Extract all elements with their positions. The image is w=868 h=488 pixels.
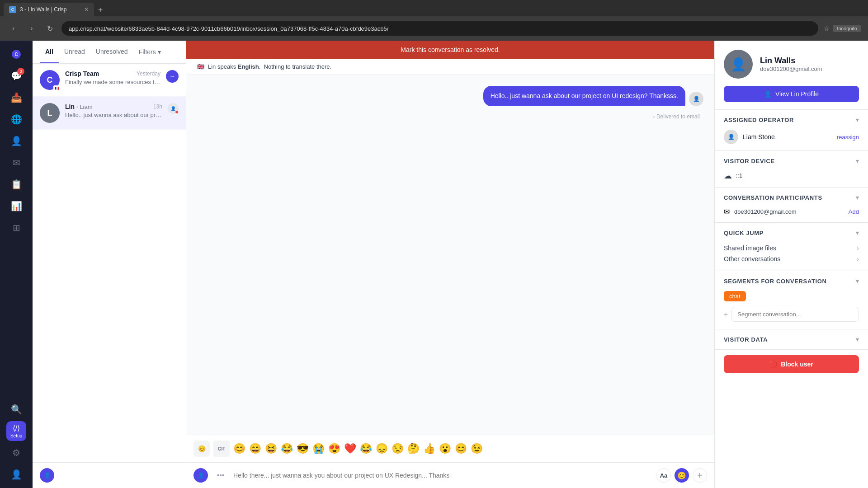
- back-button[interactable]: ‹: [7, 22, 20, 35]
- emoji-sad[interactable]: 😞: [376, 443, 388, 455]
- segments-section: SEGMENTS FOR CONVERSATION ▾ chat +: [715, 271, 868, 329]
- forward-button[interactable]: ›: [25, 22, 38, 35]
- view-profile-button[interactable]: 👤 View Lin Profile: [724, 86, 859, 102]
- emoji-wow[interactable]: 😮: [439, 443, 451, 455]
- current-user-avatar[interactable]: 👤: [40, 468, 54, 483]
- other-conversations-item[interactable]: Other conversations ›: [724, 253, 859, 264]
- profile-name: Lin Walls: [760, 56, 822, 66]
- add-attachment-button[interactable]: +: [693, 468, 707, 483]
- tab-unread[interactable]: Unread: [59, 41, 90, 63]
- emoji-thinking[interactable]: 🤔: [407, 443, 420, 455]
- shared-files-item[interactable]: Shared image files ›: [724, 243, 859, 253]
- emoji-smile[interactable]: 😊: [233, 443, 245, 455]
- analytics-icon: 📊: [11, 201, 22, 211]
- emoji-unamused[interactable]: 😒: [392, 443, 404, 455]
- emoji-button[interactable]: 😊: [675, 468, 689, 483]
- message-row: 👤 Hello.. just wanna ask about our proje…: [197, 86, 703, 106]
- profile-row: 👤 Lin Walls doe301200@gmail.com: [724, 50, 859, 79]
- active-tab[interactable]: C 3 - Lin Walls | Crisp ✕: [4, 3, 94, 16]
- sidebar-icon-settings[interactable]: ⚙: [6, 443, 26, 463]
- more-options-button[interactable]: •••: [213, 468, 228, 483]
- forward-conversation-button[interactable]: →: [166, 70, 179, 83]
- tab-all[interactable]: All: [40, 41, 59, 63]
- sidebar-icon-globe[interactable]: 🌐: [6, 109, 26, 129]
- conversation-item-lin[interactable]: L Lin › Liam 13h Hello.. just wanna ask …: [33, 97, 186, 130]
- conversation-name: Lin: [65, 103, 75, 110]
- profile-info: Lin Walls doe301200@gmail.com: [760, 56, 822, 72]
- avatar: L: [40, 103, 60, 123]
- assigned-operator-title: ASSIGNED OPERATOR: [724, 117, 794, 123]
- text-format-button[interactable]: Aa: [656, 468, 671, 483]
- segments-header[interactable]: SEGMENTS FOR CONVERSATION ▾: [715, 271, 868, 291]
- reload-button[interactable]: ↻: [43, 22, 56, 35]
- sidebar-icon-inbox[interactable]: 📥: [6, 88, 26, 108]
- person-icon: 👤: [764, 90, 772, 98]
- setup-label: Setup: [10, 433, 22, 438]
- emoji-heart[interactable]: ❤️: [344, 443, 356, 455]
- sidebar-icon-chat[interactable]: 💬 3: [6, 66, 26, 86]
- chevron-down-icon: ▾: [856, 116, 859, 123]
- conversation-preview: Finally we made some resources to help s…: [65, 79, 160, 85]
- app-sidebar: C 💬 3 📥 🌐 👤 ✉ 📋 📊 ⊞ 🔍: [0, 41, 33, 488]
- segment-tag: chat: [724, 291, 746, 301]
- message-sender-avatar: 👤: [689, 92, 703, 106]
- emoji-cry[interactable]: 😭: [312, 443, 325, 455]
- emoji-love[interactable]: 😍: [328, 443, 340, 455]
- sidebar-icon-apps[interactable]: ⊞: [6, 218, 26, 238]
- conversation-participants-header[interactable]: CONVERSATION PARTICIPANTS ▾: [715, 188, 868, 207]
- bookmark-icon[interactable]: ☆: [824, 25, 830, 32]
- emoji-grin[interactable]: 😄: [249, 443, 261, 455]
- sidebar-icon-user[interactable]: 👤: [6, 465, 26, 484]
- segments-content: chat +: [715, 291, 868, 329]
- chevron-down-icon: ▾: [856, 229, 859, 236]
- visitor-device-content: ☁ ::1: [715, 171, 868, 187]
- language-text: Lin speaks English. Nothing to translate…: [208, 63, 331, 70]
- visitor-data-header[interactable]: VISITOR DATA ▾: [715, 329, 868, 349]
- delivered-status[interactable]: › Delivered to email: [197, 113, 703, 120]
- close-tab-icon[interactable]: ✕: [84, 6, 89, 13]
- block-user-button[interactable]: 🚫 Block user: [724, 355, 859, 373]
- emoji-cool[interactable]: 😎: [297, 443, 309, 455]
- assigned-operator-content: 👤 Liam Stone reassign: [715, 130, 868, 150]
- assigned-operator-header[interactable]: ASSIGNED OPERATOR ▾: [715, 110, 868, 130]
- conversation-name-row: Lin › Liam: [65, 103, 93, 110]
- operator-avatar: 👤: [724, 130, 738, 144]
- user-icon: 👤: [11, 469, 22, 480]
- tab-filters[interactable]: Filters ▾: [133, 41, 166, 63]
- emoji-wink[interactable]: 😉: [471, 443, 483, 455]
- assigned-operator-section: ASSIGNED OPERATOR ▾ 👤 Liam Stone reassig…: [715, 110, 868, 151]
- operator-name: Liam Stone: [743, 133, 775, 141]
- resolve-banner[interactable]: Mark this conversation as resolved.: [186, 41, 714, 59]
- chevron-down-icon: ▾: [856, 277, 859, 285]
- profile-email: doe301200@gmail.com: [760, 66, 822, 72]
- browser-chrome: C 3 - Lin Walls | Crisp ✕ + ‹ › ↻ app.cr…: [0, 0, 868, 41]
- url-text: app.crisp.chat/website/6833ae5b-844d-4c9…: [69, 25, 388, 32]
- emoji-tab-gif[interactable]: GIF: [213, 441, 230, 457]
- visitor-device-header[interactable]: VISITOR DEVICE ▾: [715, 151, 868, 171]
- emoji-thumbsup[interactable]: 👍: [423, 443, 435, 455]
- conversation-time: 13h: [153, 103, 162, 110]
- emoji-tab-smiley[interactable]: 😊: [193, 441, 210, 457]
- conversation-participants-content: ✉ doe301200@gmail.com Add: [715, 207, 868, 222]
- address-bar[interactable]: app.crisp.chat/website/6833ae5b-844d-4c9…: [61, 21, 818, 36]
- sidebar-icon-search[interactable]: 🔍: [6, 399, 26, 419]
- chat-input[interactable]: [233, 472, 651, 479]
- add-participant-link[interactable]: Add: [849, 208, 859, 215]
- conversation-item-crisp-team[interactable]: C 🇫🇷 Crisp Team Yesterday Finally we mad…: [33, 64, 186, 97]
- quick-jump-content: Shared image files › Other conversations…: [715, 243, 868, 271]
- sidebar-icon-contacts[interactable]: 👤: [6, 131, 26, 151]
- chevron-down-icon: ▾: [158, 48, 161, 56]
- emoji-laugh[interactable]: 😆: [265, 443, 277, 455]
- tab-unresolved[interactable]: Unresolved: [90, 41, 133, 63]
- setup-button[interactable]: ⟨/⟩ Setup: [6, 421, 26, 441]
- sidebar-icon-send[interactable]: ✉: [6, 153, 26, 173]
- emoji-rofl[interactable]: 😂: [360, 443, 372, 455]
- sidebar-icon-analytics[interactable]: 📊: [6, 196, 26, 216]
- quick-jump-header[interactable]: QUICK JUMP ▾: [715, 223, 868, 243]
- emoji-lol[interactable]: 😂: [281, 443, 293, 455]
- emoji-smile2[interactable]: 😊: [455, 443, 467, 455]
- new-tab-button[interactable]: +: [94, 4, 107, 16]
- sidebar-icon-pages[interactable]: 📋: [6, 174, 26, 194]
- reassign-link[interactable]: reassign: [837, 134, 859, 141]
- segment-input[interactable]: [731, 307, 859, 322]
